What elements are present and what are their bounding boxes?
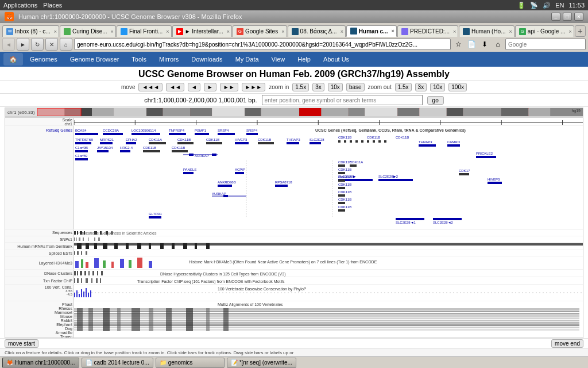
layered-h3k4me3-label[interactable]: Layered H3K4Me3	[5, 256, 74, 269]
home-button[interactable]: ⌂	[60, 38, 72, 51]
layered-h3k4me3-content[interactable]: Histone Mark H3K4Me3 (Often Found Near A…	[74, 256, 583, 269]
position-input[interactable]	[262, 95, 423, 105]
chromosome-navigator[interactable]: chr1 (e06.33)	[5, 108, 583, 117]
reload-button[interactable]: ↻	[31, 38, 44, 51]
zoom-in-3x[interactable]: 3x	[312, 83, 324, 91]
menu-tools[interactable]: Tools	[126, 53, 152, 66]
zoom-out-100x[interactable]: 100x	[448, 83, 467, 91]
go-button[interactable]: go	[427, 96, 444, 105]
system-bar-left[interactable]: Applications Places	[3, 2, 62, 9]
reading-view-icon[interactable]: 📄	[466, 39, 477, 50]
taskbar-nrseq[interactable]: 📝 *[nr seq] (overwrite...	[227, 358, 296, 368]
tab-close-api[interactable]: ×	[567, 29, 571, 34]
layered-h3k4me3-track[interactable]: Layered H3K4Me3 Histone Mark H3K4Me3 (Of…	[5, 256, 583, 270]
genome-tracks[interactable]: Scalechr1 1,050,000 1,100,000 1,150,000 …	[5, 117, 583, 338]
multiz-label[interactable]: Phast Rhesus Marmoset Mouse Rabbit Eleph…	[5, 301, 74, 338]
refseq-genes-label[interactable]: RefSeq Genes	[5, 126, 74, 229]
spliced-ests-label[interactable]: Spliced ESTs	[5, 250, 74, 256]
close-button[interactable]: ×	[574, 13, 583, 21]
txn-factor-label[interactable]: Txn Factor ChIP	[5, 277, 74, 284]
taskbar-cadb[interactable]: 📄 cadb 2014 lecture 0...	[82, 358, 153, 368]
move-start-button[interactable]: move start	[5, 339, 38, 348]
tab-predicted[interactable]: PREDICTED:... ×	[397, 25, 458, 37]
spliced-ests-track[interactable]: Spliced ESTs	[5, 250, 583, 256]
multiz-content[interactable]: Multiz Alignments of 100 Vertebrates	[74, 301, 583, 338]
move-left1-button[interactable]: ◄	[188, 83, 200, 91]
tab-interstellar[interactable]: ▶ ► Interstellar... ×	[172, 25, 232, 37]
tab-close-curing[interactable]: ×	[109, 29, 114, 34]
menu-downloads[interactable]: Downloads	[185, 53, 228, 66]
menu-mirrors[interactable]: Mirrors	[153, 53, 184, 66]
tab-bases[interactable]: 08. Βάσεις Δ... ×	[288, 25, 346, 37]
tab-final[interactable]: Final Fronti... ×	[117, 25, 172, 37]
tab-close-google[interactable]: ×	[280, 29, 284, 34]
dnase-clusters-content[interactable]: DNase Hypersensitivity Clusters in 125 C…	[74, 270, 583, 277]
tab-api[interactable]: G api - Google ... ×	[515, 25, 574, 37]
dnase-clusters-track[interactable]: DNase Clusters DNase Hypersensitivity Cl…	[5, 270, 583, 277]
sequences-label[interactable]: Sequences	[5, 230, 74, 236]
tab-curing[interactable]: Curing Dise... ×	[60, 25, 116, 37]
human-mrna-content[interactable]	[74, 243, 583, 250]
dnase-clusters-label[interactable]: DNase Clusters	[5, 270, 74, 277]
minimize-button[interactable]: _	[551, 13, 560, 21]
window-controls[interactable]: _ □ ×	[551, 13, 583, 21]
home-icon[interactable]: ⌂	[492, 39, 504, 50]
tab-close-human-ho[interactable]: ×	[508, 29, 512, 34]
conservation-content[interactable]: 100 Vertebrate Basewise Conservation by …	[74, 285, 583, 301]
scale-content[interactable]: 1,050,000 1,100,000 1,150,000 1,200,000 …	[74, 118, 583, 125]
taskbar-firefox[interactable]: 🦊 Human chr1:1000000...	[2, 358, 79, 368]
conservation-label[interactable]: 100 Vert. Cons. 4.55 -4.5	[5, 285, 74, 301]
taskbar-genomics[interactable]: 📁 genomics	[156, 358, 225, 368]
snps-label[interactable]: SNPs1	[5, 236, 74, 242]
sequences-track[interactable]: Sequences Publications: Sequences in Sci…	[5, 230, 583, 236]
download-icon[interactable]: ⬇	[479, 39, 490, 50]
tab-google-sites[interactable]: G Google Sites ×	[233, 25, 287, 37]
tab-human-active[interactable]: Human c... ×	[346, 25, 397, 37]
txn-factor-track[interactable]: Txn Factor ChIP Transcription Factor ChI…	[5, 277, 583, 285]
tab-inbox[interactable]: ✉ Inbox (8) - c... ×	[2, 25, 59, 37]
sequences-content[interactable]: Publications: Sequences in Scientific Ar…	[74, 230, 583, 236]
menu-view[interactable]: View	[266, 53, 291, 66]
back-button[interactable]: ◄	[2, 38, 15, 51]
forward-button[interactable]: ►	[17, 38, 29, 51]
menu-genome-browser[interactable]: Genome Browser	[64, 53, 125, 66]
move-left2-button[interactable]: ◄◄	[166, 83, 184, 91]
refseq-genes-content[interactable]: BCAS4 CCDC28A LOC100506114 TNFRSF4 PSMF1…	[74, 126, 583, 229]
snps-track[interactable]: SNPs1	[5, 236, 583, 243]
move-right1-button[interactable]: ►	[204, 83, 216, 91]
tab-close-inbox[interactable]: ×	[52, 29, 57, 34]
menu-about[interactable]: About Us	[318, 53, 355, 66]
tab-close-bases[interactable]: ×	[339, 29, 343, 34]
tab-close-predicted[interactable]: ×	[451, 29, 456, 34]
zoom-out-1.5x[interactable]: 1.5x	[395, 83, 412, 91]
zoom-out-3x[interactable]: 3x	[415, 83, 427, 91]
move-far-left-button[interactable]: ◄◄◄	[138, 83, 163, 91]
tab-close-interstellar[interactable]: ×	[225, 29, 230, 34]
move-end-button[interactable]: move end	[551, 339, 583, 348]
conservation-track[interactable]: 100 Vert. Cons. 4.55 -4.5 100 Vertebrate…	[5, 285, 583, 301]
places-menu[interactable]: Places	[43, 2, 62, 9]
menu-help[interactable]: Help	[292, 53, 316, 66]
bookmark-star-icon[interactable]: ☆	[452, 39, 464, 50]
txn-factor-content[interactable]: Transcription Factor ChIP-seq (161 Facto…	[74, 277, 583, 284]
menu-genomes[interactable]: Genomes	[24, 53, 63, 66]
chromosome-ruler[interactable]: hg19	[37, 108, 583, 116]
move-right2-button[interactable]: ►►	[220, 83, 238, 91]
spliced-ests-content[interactable]	[74, 250, 583, 256]
new-tab-button[interactable]: +	[575, 25, 586, 37]
move-far-right-button[interactable]: ►►►	[242, 83, 266, 91]
tab-bar[interactable]: ✉ Inbox (8) - c... × Curing Dise... × Fi…	[0, 23, 588, 37]
search-input[interactable]	[505, 39, 586, 50]
tab-human-ho[interactable]: Human (Ho... ×	[459, 25, 514, 37]
scale-label[interactable]: Scalechr1	[5, 118, 74, 125]
maximize-button[interactable]: □	[563, 13, 572, 21]
zoom-in-10x[interactable]: 10x	[328, 83, 343, 91]
url-input[interactable]	[74, 39, 451, 50]
human-mrna-label[interactable]: Human mRNAs from GenBank	[5, 243, 74, 250]
stop-button[interactable]: ✕	[45, 38, 58, 51]
multiz-track[interactable]: Phast Rhesus Marmoset Mouse Rabbit Eleph…	[5, 301, 583, 338]
human-mrna-track[interactable]: Human mRNAs from GenBank	[5, 243, 583, 250]
zoom-in-1.5x[interactable]: 1.5x	[292, 83, 309, 91]
snps-content[interactable]	[74, 236, 583, 242]
refseq-genes-track[interactable]: RefSeq Genes BCAS4 CCDC28A LOC100506114 …	[5, 126, 583, 230]
